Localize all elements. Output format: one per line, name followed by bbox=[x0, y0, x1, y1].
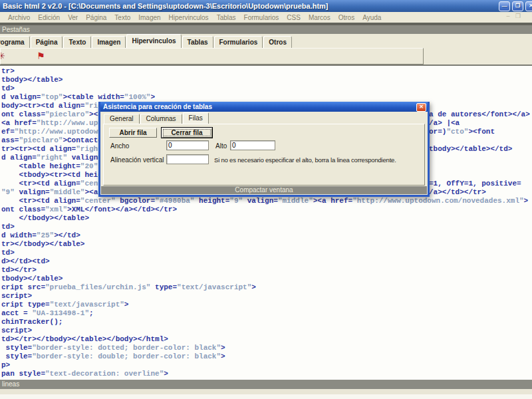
code-line: d valign="top"><table width="100%"> bbox=[1, 93, 532, 102]
dialog-close-button[interactable]: ✕ bbox=[416, 103, 426, 112]
dialog-tab-filas[interactable]: Filas bbox=[183, 112, 209, 124]
toolbar-band: ✳ ⚑ bbox=[0, 48, 532, 65]
toolbar-caption: Pestañas bbox=[0, 25, 532, 34]
menu-item-formularios[interactable]: Formularios bbox=[240, 14, 283, 21]
close-icon: ✕ bbox=[529, 3, 532, 9]
tab-tablas[interactable]: Tablas bbox=[182, 36, 213, 48]
code-line: pan style="text-decoration: overline"> bbox=[1, 370, 532, 378]
category-tabs: ProgramaPáginaTextoImagenHipervinculosTa… bbox=[0, 34, 532, 48]
code-line: cript type="text/javascript"> bbox=[1, 301, 532, 309]
window-titlebar[interactable]: Basic html 2 v2.0 - [C:\Documents and Se… bbox=[0, 0, 532, 12]
tab-texto[interactable]: Texto bbox=[63, 36, 91, 48]
tab-hipervinculos[interactable]: Hipervinculos bbox=[126, 34, 181, 48]
window-title: Basic html 2 v2.0 - [C:\Documents and Se… bbox=[3, 2, 329, 10]
code-line: p> bbox=[1, 361, 532, 370]
height-hint-text: Si no es necesario especificar el alto, … bbox=[214, 156, 418, 164]
tab-imagen[interactable]: Imagen bbox=[92, 36, 126, 48]
code-line: td></tr> bbox=[1, 266, 532, 275]
dialog-titlebar[interactable]: Asistencia para creación de tablas ✕ bbox=[100, 102, 428, 112]
mdi-window-icons[interactable]: – ❐ bbox=[506, 13, 523, 19]
menu-item-hipervinculos[interactable]: Hipervinculos bbox=[165, 14, 213, 21]
code-line: td> bbox=[1, 84, 532, 93]
menu-item-texto[interactable]: Texto bbox=[110, 14, 134, 21]
tab-formularios[interactable]: Formularios bbox=[214, 36, 263, 48]
dialog-title: Asistencia para creación de tablas bbox=[103, 103, 212, 110]
flag-icon[interactable]: ⚑ bbox=[37, 51, 45, 61]
dialog-table-assistant: Asistencia para creación de tablas ✕ Gen… bbox=[98, 102, 430, 197]
restore-button[interactable]: ❐ bbox=[512, 1, 523, 11]
minimize-icon: — bbox=[502, 3, 507, 9]
code-line: tbody></table> bbox=[1, 275, 532, 283]
code-line: tr> bbox=[1, 67, 532, 76]
width-label: Ancho bbox=[110, 142, 129, 150]
menu-item-tablas[interactable]: Tablas bbox=[213, 14, 240, 21]
code-line: chinTracker(); bbox=[1, 318, 532, 327]
compact-window-button[interactable]: Compactar ventana bbox=[101, 186, 427, 194]
code-line: style="border-style: double; border-colo… bbox=[1, 352, 532, 361]
code-line: </tbody></table> bbox=[1, 214, 532, 223]
code-line: d></td><td> bbox=[1, 257, 532, 266]
code-line: tr></tbody></table> bbox=[1, 240, 532, 249]
close-icon: ✕ bbox=[419, 104, 424, 110]
category-tabs-inner: ProgramaPáginaTextoImagenHipervinculosTa… bbox=[0, 34, 532, 48]
menu-bar: ArchivoEdiciónVerPáginaTextoImagenHiperv… bbox=[0, 12, 532, 23]
window-bottom-edge bbox=[0, 389, 532, 399]
menu-item-imagen[interactable]: Imagen bbox=[134, 14, 164, 21]
status-bar: lineas bbox=[0, 380, 532, 389]
code-line: td></tr></tbody></table></body></html> bbox=[1, 335, 532, 344]
anchor-icon[interactable]: ✳ bbox=[0, 51, 5, 61]
menu-item-archivo[interactable]: Archivo bbox=[4, 14, 34, 21]
valign-label: Alineación vertical bbox=[110, 156, 164, 164]
menu-item-css[interactable]: CSS bbox=[283, 14, 305, 21]
menu-item-pagina[interactable]: Página bbox=[82, 14, 110, 21]
open-row-button[interactable]: Abrir fila bbox=[109, 128, 157, 138]
dialog-tabs: GeneralColumnasFilas bbox=[104, 113, 209, 124]
code-line: tbody></table> bbox=[1, 76, 532, 84]
status-text: lineas bbox=[2, 380, 19, 388]
code-line: script> bbox=[1, 327, 532, 335]
menu-item-ayuda[interactable]: Ayuda bbox=[358, 14, 385, 21]
code-line: ont class="xml">XML</font></a></td></tr> bbox=[1, 205, 532, 214]
tab-programa[interactable]: Programa bbox=[0, 36, 30, 48]
toolbar-panel: ✳ ⚑ bbox=[0, 48, 424, 65]
code-line: d width="25"></td> bbox=[1, 231, 532, 240]
menu-item-marcos[interactable]: Marcos bbox=[305, 14, 334, 21]
height-label: Alto bbox=[215, 142, 227, 150]
dialog-tab-columnas[interactable]: Columnas bbox=[140, 114, 182, 124]
code-line: td> bbox=[1, 249, 532, 257]
code-line: <tr><td align="center" bgcolor="#4980ba"… bbox=[1, 197, 532, 205]
menu-item-edicion[interactable]: Edición bbox=[34, 14, 64, 21]
code-line: td> bbox=[1, 223, 532, 231]
menu-items: ArchivoEdiciónVerPáginaTextoImagenHiperv… bbox=[4, 14, 385, 21]
valign-input[interactable] bbox=[166, 154, 209, 164]
restore-icon: ❐ bbox=[515, 3, 520, 9]
dialog-tab-general[interactable]: General bbox=[104, 114, 140, 124]
code-line: style="border-style: dotted; border-colo… bbox=[1, 344, 532, 352]
menu-item-otros[interactable]: Otros bbox=[334, 14, 358, 21]
application-window: Basic html 2 v2.0 - [C:\Documents and Se… bbox=[0, 0, 532, 399]
tab-pagina[interactable]: Página bbox=[31, 36, 63, 48]
close-row-button[interactable]: Cerrar fila bbox=[161, 127, 213, 138]
tab-otros[interactable]: Otros bbox=[263, 36, 292, 48]
width-input[interactable] bbox=[166, 140, 209, 150]
code-line: script> bbox=[1, 292, 532, 301]
code-line: acct = "UA-313498-1"; bbox=[1, 309, 532, 318]
close-button[interactable]: ✕ bbox=[525, 1, 532, 11]
menu-item-ver[interactable]: Ver bbox=[64, 14, 82, 21]
dialog-tab-page-filas: Abrir fila Cerrar fila Ancho Alto Alinea… bbox=[103, 124, 425, 186]
code-line: cript src="prueba_files/urchin.js" type=… bbox=[1, 283, 532, 292]
height-input[interactable] bbox=[230, 140, 275, 150]
minimize-button[interactable]: — bbox=[499, 1, 510, 11]
